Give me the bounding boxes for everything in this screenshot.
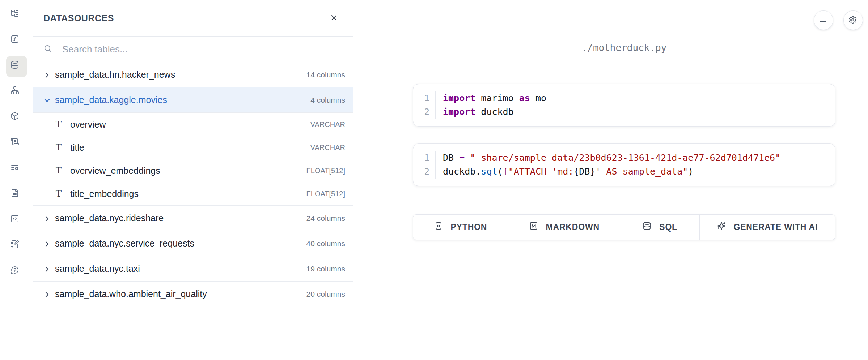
sidebar-item-scratchpad[interactable] [6, 236, 27, 257]
function-square-icon [10, 35, 23, 47]
table-name: sample_data.nyc.rideshare [55, 213, 164, 223]
table-row[interactable]: sample_data.kaggle.movies 4 columns [33, 87, 353, 113]
table-name: sample_data.nyc.taxi [55, 263, 140, 274]
add-python-button[interactable]: PYTHON [413, 215, 508, 240]
settings-button[interactable] [843, 10, 863, 30]
code-cell[interactable]: 1 DB = "_share/sample_data/23b0d623-1361… [413, 143, 835, 186]
sidebar-item-dependencies[interactable] [6, 82, 27, 103]
column-row[interactable]: T overview_embeddings FLOAT[512] [33, 159, 353, 182]
file-text-icon [10, 189, 23, 201]
table-row[interactable]: sample_data.nyc.rideshare 24 columns [33, 206, 353, 231]
line-number: 2 [413, 165, 436, 179]
table-list: sample_data.hn.hacker_news 14 columns sa… [33, 62, 353, 360]
notebook-filename[interactable]: ./motherduck.py [413, 40, 835, 55]
column-row[interactable]: T title_embeddings FLOAT[512] [33, 182, 353, 205]
chevron-right-icon [43, 290, 51, 298]
code-square-icon [434, 222, 445, 233]
column-name: overview [70, 119, 106, 130]
column-name: title_embeddings [70, 189, 139, 199]
table-column-count: 14 columns [301, 70, 345, 79]
text-type-icon: T [56, 142, 70, 153]
code-line: 1 import marimo as mo [413, 91, 835, 105]
code-text: DB = "_share/sample_data/23b0d623-1361-4… [436, 151, 780, 165]
close-panel-button[interactable] [326, 10, 342, 26]
panel-title: DATASOURCES [43, 13, 114, 23]
sidebar-item-help[interactable] [6, 261, 27, 282]
m-square-icon [529, 222, 541, 233]
list-search-icon [10, 163, 23, 175]
code-text: duckdb.sql(f"ATTACH 'md:{DB}' AS sample_… [436, 165, 693, 179]
add-button-label: SQL [659, 222, 677, 232]
code-square-dashed-icon [10, 214, 23, 227]
table-name: sample_data.who.ambient_air_quality [55, 289, 207, 299]
sidebar-item-variables[interactable] [6, 30, 27, 51]
column-type: VARCHAR [310, 120, 345, 129]
text-type-icon: T [56, 166, 70, 176]
code-text: import marimo as mo [436, 91, 546, 105]
code-line: 1 DB = "_share/sample_data/23b0d623-1361… [413, 151, 835, 165]
search-icon [43, 44, 54, 54]
sparkles-icon [717, 222, 728, 233]
column-name: overview_embeddings [70, 166, 160, 176]
code-cell[interactable]: 1 import marimo as mo 2 import duckdb [413, 84, 835, 127]
network-icon [10, 86, 23, 98]
icon-sidebar [0, 0, 33, 360]
search-row [33, 37, 353, 62]
menu-icon [819, 16, 829, 25]
sidebar-item-snippets[interactable] [6, 210, 27, 231]
line-number: 1 [413, 151, 436, 165]
table-name: sample_data.hn.hacker_news [55, 69, 175, 80]
column-type: VARCHAR [310, 143, 345, 152]
notebook-content: ./motherduck.py 1 import marimo as mo 2 … [413, 0, 835, 240]
box-icon [10, 112, 23, 124]
column-row[interactable]: T title VARCHAR [33, 136, 353, 159]
notebook-main: ./motherduck.py 1 import marimo as mo 2 … [353, 0, 868, 360]
sidebar-item-tracebacks[interactable] [6, 159, 27, 180]
table-name: sample_data.nyc.service_requests [55, 238, 194, 249]
sidebar-item-documentation[interactable] [6, 184, 27, 205]
column-row[interactable]: T overview VARCHAR [33, 113, 353, 136]
database-icon [643, 222, 654, 233]
column-group: T overview VARCHAR T title VARCHAR T ove… [33, 113, 353, 206]
chevron-right-icon [43, 214, 51, 222]
add-cell-buttons: PYTHON MARKDOWN SQL GENERATE WITH AI [413, 214, 835, 240]
column-type: FLOAT[512] [306, 167, 345, 175]
column-name: title [70, 142, 84, 153]
table-column-count: 19 columns [301, 265, 345, 273]
chevron-right-icon [43, 265, 51, 273]
chevron-right-icon [43, 240, 51, 248]
table-column-count: 20 columns [301, 290, 345, 299]
table-name: sample_data.kaggle.movies [55, 95, 167, 105]
chevron-right-icon [43, 71, 51, 79]
line-number: 1 [413, 91, 436, 105]
add-sql-button[interactable]: SQL [621, 215, 700, 240]
sidebar-item-file-explorer[interactable] [6, 5, 27, 26]
add-button-label: PYTHON [451, 222, 487, 232]
chevron-down-icon [43, 96, 51, 104]
table-column-count: 40 columns [301, 239, 345, 248]
sidebar-item-logs[interactable] [6, 133, 27, 154]
line-number: 2 [413, 105, 436, 119]
text-type-icon: T [56, 189, 70, 199]
database-icon [10, 60, 23, 73]
search-input[interactable] [62, 44, 344, 55]
folder-tree-icon [10, 9, 23, 21]
table-row[interactable]: sample_data.who.ambient_air_quality 20 c… [33, 282, 353, 307]
close-icon [330, 13, 339, 23]
table-column-count: 24 columns [301, 214, 345, 223]
gear-icon [848, 16, 858, 25]
text-type-icon: T [56, 119, 70, 129]
notebook-menu-button[interactable] [814, 10, 833, 30]
add-markdown-button[interactable]: MARKDOWN [508, 215, 621, 240]
table-row[interactable]: sample_data.hn.hacker_news 14 columns [33, 62, 353, 87]
add-generate-with-ai-button[interactable]: GENERATE WITH AI [700, 215, 835, 240]
cell-list: 1 import marimo as mo 2 import duckdb 1 … [413, 84, 835, 186]
table-row[interactable]: sample_data.nyc.service_requests 40 colu… [33, 231, 353, 256]
sidebar-item-packages[interactable] [6, 107, 27, 128]
panel-header: DATASOURCES [33, 0, 353, 37]
notebook-pen-icon [10, 240, 23, 252]
table-column-count: 4 columns [305, 96, 345, 104]
table-row[interactable]: sample_data.nyc.taxi 19 columns [33, 256, 353, 282]
app-window: DATASOURCES sample_data.hn.hacker_news 1… [0, 0, 868, 360]
sidebar-item-datasources[interactable] [6, 56, 27, 77]
